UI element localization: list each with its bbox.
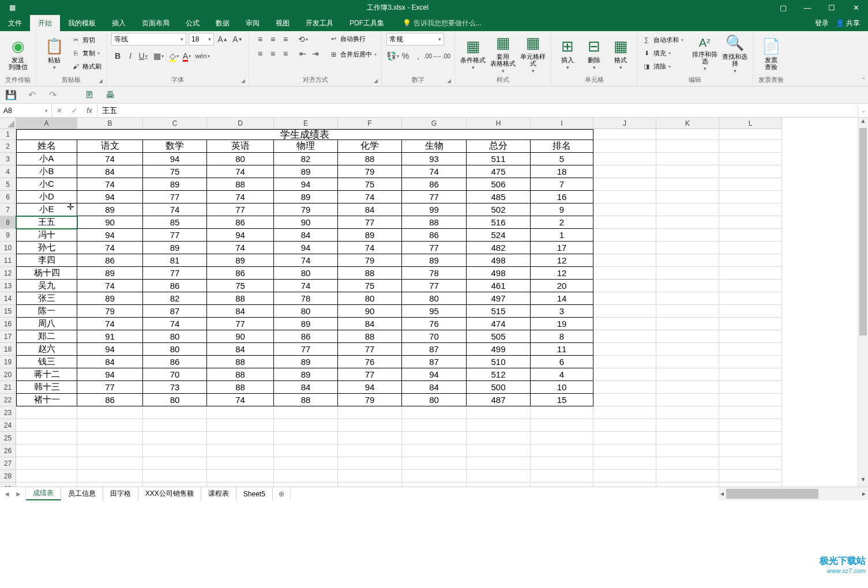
cell[interactable]: 英语 — [207, 140, 274, 153]
cell[interactable]: 84 — [402, 381, 467, 394]
name-box[interactable]: A8▾ — [0, 104, 52, 117]
cell[interactable] — [593, 406, 656, 419]
cell[interactable] — [593, 394, 656, 406]
scroll-up-icon[interactable]: ▲ — [858, 118, 868, 128]
cell[interactable]: 516 — [467, 216, 531, 229]
tab-插入[interactable]: 插入 — [104, 15, 134, 31]
cell[interactable]: 78 — [274, 292, 338, 305]
cell[interactable] — [593, 129, 656, 140]
cell[interactable]: 90 — [274, 216, 338, 229]
tab-我的模板[interactable]: 我的模板 — [60, 15, 104, 31]
cell[interactable]: 郑二 — [16, 330, 77, 343]
row-header[interactable]: 23 — [0, 406, 16, 419]
conditional-format-button[interactable]: ▦条件格式▾ — [460, 33, 486, 74]
align-center-icon[interactable]: ≡ — [266, 47, 279, 60]
cell[interactable]: 500 — [467, 381, 531, 394]
cell[interactable] — [719, 368, 782, 381]
row-header[interactable]: 10 — [0, 242, 16, 254]
cell[interactable] — [16, 483, 77, 487]
cell[interactable] — [719, 394, 782, 406]
cell[interactable] — [77, 470, 143, 483]
copy-button[interactable]: ⎘复制 ▾ — [71, 47, 102, 59]
cell[interactable] — [593, 178, 656, 191]
share-button[interactable]: 👤共享 — [836, 18, 860, 28]
cell[interactable] — [77, 432, 143, 444]
sheet-tab[interactable]: 成绩表 — [26, 487, 61, 500]
cell[interactable] — [402, 406, 467, 419]
sheet-tab[interactable]: 课程表 — [201, 487, 236, 500]
cell[interactable] — [593, 483, 656, 487]
cell[interactable] — [338, 457, 402, 470]
cell[interactable]: 74 — [143, 203, 207, 216]
cell[interactable]: 生物 — [402, 140, 467, 153]
cell[interactable]: 498 — [467, 267, 531, 280]
cell[interactable]: 90 — [77, 216, 143, 229]
cell[interactable]: 84 — [207, 305, 274, 318]
cell[interactable]: 84 — [77, 356, 143, 368]
formula-input[interactable]: 王五 — [97, 104, 858, 117]
cell[interactable]: 78 — [402, 267, 467, 280]
tab-PDF工具集[interactable]: PDF工具集 — [341, 15, 392, 31]
number-format-combo[interactable]: 常规▾ — [386, 33, 444, 46]
row-header[interactable]: 22 — [0, 394, 16, 406]
cell[interactable]: 74 — [274, 254, 338, 267]
cell[interactable] — [656, 356, 719, 368]
cell[interactable]: 77 — [207, 203, 274, 216]
cell[interactable] — [656, 140, 719, 153]
send-to-wechat-button[interactable]: ◉ 发送到微信 — [5, 33, 31, 74]
cell[interactable]: 王五 — [16, 216, 77, 229]
sheet-tab[interactable]: XXX公司销售额 — [138, 487, 201, 500]
cell[interactable] — [593, 191, 656, 203]
row-header[interactable]: 16 — [0, 318, 16, 330]
ribbon-options-icon[interactable]: ▢ — [771, 0, 795, 15]
cell[interactable] — [16, 444, 77, 457]
row-header[interactable]: 27 — [0, 457, 16, 470]
cell[interactable] — [719, 305, 782, 318]
select-all-cell[interactable] — [0, 118, 16, 129]
cell[interactable] — [338, 483, 402, 487]
cell[interactable] — [531, 432, 593, 444]
cell[interactable]: 86 — [207, 216, 274, 229]
cell[interactable]: 474 — [467, 318, 531, 330]
cell[interactable]: 77 — [338, 216, 402, 229]
cell[interactable]: 14 — [531, 292, 593, 305]
borders-icon[interactable]: ▦ — [152, 50, 165, 62]
cell[interactable]: 86 — [77, 394, 143, 406]
cell[interactable] — [274, 444, 338, 457]
maximize-icon[interactable]: ☐ — [820, 0, 844, 15]
cell[interactable]: 周八 — [16, 318, 77, 330]
cell[interactable]: 76 — [402, 318, 467, 330]
cell[interactable]: 84 — [274, 381, 338, 394]
cell[interactable] — [274, 457, 338, 470]
number-launcher-icon[interactable]: ◢ — [447, 77, 451, 85]
cell[interactable] — [593, 470, 656, 483]
cell[interactable]: 82 — [143, 292, 207, 305]
orientation-icon[interactable]: ⟲ — [296, 33, 309, 46]
vertical-scrollbar[interactable]: ▲ ▼ — [858, 118, 868, 487]
cell[interactable]: 89 — [274, 356, 338, 368]
cell[interactable] — [719, 343, 782, 356]
cell[interactable] — [16, 432, 77, 444]
cell[interactable]: 蒋十二 — [16, 368, 77, 381]
cell[interactable]: 7 — [531, 178, 593, 191]
column-header[interactable]: J — [593, 118, 656, 129]
cell[interactable] — [402, 470, 467, 483]
find-select-button[interactable]: 🔍查找和选择▾ — [722, 33, 748, 74]
cell[interactable] — [593, 254, 656, 267]
sheet-prev-icon[interactable]: ◄ — [3, 490, 10, 498]
cell[interactable]: 74 — [77, 153, 143, 165]
insert-cells-button[interactable]: ⊞插入▾ — [556, 33, 579, 74]
increase-decimal-icon[interactable]: .00→ — [424, 50, 437, 62]
cell[interactable] — [656, 470, 719, 483]
cell[interactable] — [467, 419, 531, 432]
cell[interactable]: 77 — [143, 267, 207, 280]
cell[interactable]: 18 — [531, 165, 593, 178]
cell[interactable]: 数学 — [143, 140, 207, 153]
merge-center-button[interactable]: ⊞合并后居中 ▾ — [329, 48, 377, 60]
cell[interactable] — [656, 203, 719, 216]
sort-filter-button[interactable]: Aᶻ排序和筛选▾ — [692, 33, 718, 74]
tab-审阅[interactable]: 审阅 — [238, 15, 268, 31]
row-header[interactable]: 5 — [0, 178, 16, 191]
sheet-next-icon[interactable]: ► — [15, 490, 22, 498]
cell[interactable]: 12 — [531, 254, 593, 267]
